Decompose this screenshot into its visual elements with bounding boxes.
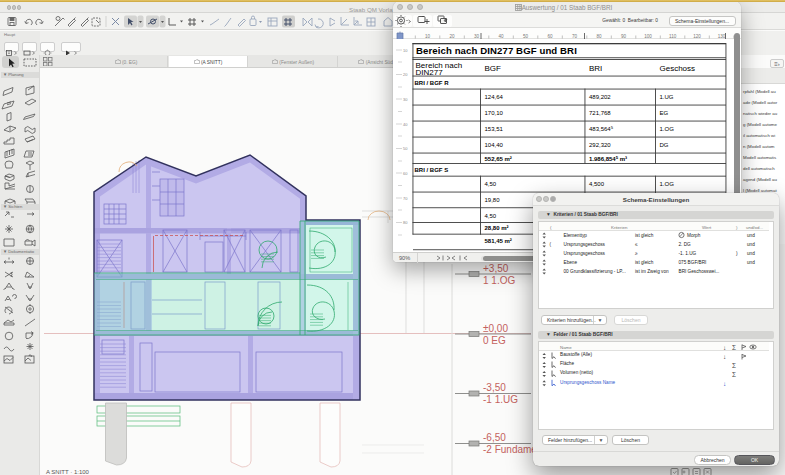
svg-text:4,50: 4,50 xyxy=(485,213,497,219)
svg-text:170,10: 170,10 xyxy=(485,110,504,116)
svg-text:4,500: 4,500 xyxy=(589,181,605,187)
svg-text:40: 40 xyxy=(403,122,408,127)
svg-text:153,51: 153,51 xyxy=(485,126,504,132)
svg-text:+3,50: +3,50 xyxy=(483,263,509,274)
svg-text:-3,50: -3,50 xyxy=(483,382,506,393)
svg-text:±0,00: ±0,00 xyxy=(483,323,508,334)
svg-text:BGF: BGF xyxy=(485,64,502,73)
svg-text:DIN277: DIN277 xyxy=(416,68,444,77)
svg-text:BRI / BGF S: BRI / BGF S xyxy=(415,167,449,173)
svg-text:60: 60 xyxy=(403,171,408,176)
svg-text:721,768: 721,768 xyxy=(589,110,611,116)
svg-text:DG: DG xyxy=(660,142,669,148)
svg-text:28,80 m²: 28,80 m² xyxy=(485,225,509,231)
svg-text:↓: ↓ xyxy=(723,380,726,387)
svg-text:Σ: Σ xyxy=(732,371,736,378)
svg-text:20: 20 xyxy=(403,72,408,77)
svg-text:80: 80 xyxy=(403,220,408,225)
svg-text:Σ: Σ xyxy=(732,362,736,369)
svg-text:19,80: 19,80 xyxy=(485,197,501,203)
svg-text:70: 70 xyxy=(403,196,408,201)
svg-text:1.OG: 1.OG xyxy=(660,126,675,132)
svg-text:Σ: Σ xyxy=(732,344,736,351)
svg-text:552,65 m²: 552,65 m² xyxy=(485,156,512,162)
svg-text:BRI / BGF R: BRI / BGF R xyxy=(415,80,450,86)
svg-text:1.UG: 1.UG xyxy=(660,94,674,100)
svg-text:124,64: 124,64 xyxy=(485,94,504,100)
svg-text:1.986,8545 m³: 1.986,8545 m³ xyxy=(589,155,627,162)
svg-text:↓: ↓ xyxy=(723,344,726,351)
svg-text:4,50: 4,50 xyxy=(485,181,497,187)
svg-text:1 1.OG: 1 1.OG xyxy=(483,275,515,286)
svg-text:Geschoss: Geschoss xyxy=(660,64,696,73)
svg-text:BRI: BRI xyxy=(589,64,602,73)
svg-text:Bereich nach DIN277 BGF und BR: Bereich nach DIN277 BGF und BRI xyxy=(416,45,577,56)
svg-text:50: 50 xyxy=(403,146,408,151)
svg-text:483,5645: 483,5645 xyxy=(589,125,614,132)
svg-text:104,40: 104,40 xyxy=(485,142,504,148)
svg-text:A SNITT · 1:100: A SNITT · 1:100 xyxy=(46,469,90,475)
svg-text:581,45 m²: 581,45 m² xyxy=(485,238,512,244)
svg-text:-1 1.UG: -1 1.UG xyxy=(483,394,518,405)
svg-text:EG: EG xyxy=(660,110,669,116)
svg-text:10: 10 xyxy=(403,48,408,53)
svg-text:↓: ↓ xyxy=(723,353,726,360)
svg-text:489,202: 489,202 xyxy=(589,94,611,100)
svg-text:30: 30 xyxy=(403,97,408,102)
svg-text:292,320: 292,320 xyxy=(589,142,611,148)
svg-text:0 EG: 0 EG xyxy=(483,335,506,346)
svg-text:1.OG: 1.OG xyxy=(660,181,675,187)
svg-text:-6,50: -6,50 xyxy=(483,432,506,443)
